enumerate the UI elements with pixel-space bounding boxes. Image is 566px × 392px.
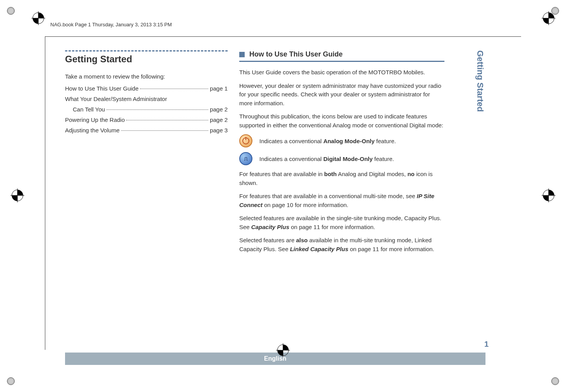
toc-label: Adjusting the Volume — [65, 126, 120, 134]
registration-mark-icon — [277, 344, 289, 356]
registration-mark-icon — [543, 190, 554, 201]
bullet-icon — [239, 52, 245, 57]
underline-rule — [239, 61, 444, 62]
crop-mark-icon — [4, 4, 18, 18]
footer-bar: English — [65, 353, 485, 365]
content-area: Getting Started Take a moment to review … — [65, 50, 456, 329]
toc-page: page 1 — [210, 84, 228, 92]
paragraph: For features that are available in both … — [239, 170, 444, 187]
toc-item: What Your Dealer/System Administrator — [65, 95, 228, 103]
crop-mark-icon — [4, 374, 18, 388]
toc-label: Can Tell You — [73, 105, 105, 113]
toc-item: Powering Up the Radio page 2 — [65, 116, 228, 124]
toc-dots — [121, 126, 208, 131]
paragraph: Selected features are also available in … — [239, 236, 444, 253]
crop-mark-icon — [548, 374, 562, 388]
subsection-title: How to Use This User Guide — [249, 50, 343, 58]
intro-text: Take a moment to review the following: — [65, 72, 228, 80]
toc-item: How to Use This User Guide page 1 — [65, 84, 228, 92]
toc-page: page 3 — [210, 126, 228, 134]
analog-text: Indicates a conventional Analog Mode-Onl… — [259, 138, 396, 144]
toc-label: What Your Dealer/System Administrator — [65, 95, 167, 103]
icon-row-digital: ⎍ Indicates a conventional Digital Mode-… — [239, 152, 444, 165]
border-line — [45, 36, 45, 350]
toc-page: page 2 — [210, 116, 228, 124]
toc-item: Adjusting the Volume page 3 — [65, 126, 228, 134]
left-column: Getting Started Take a moment to review … — [65, 50, 228, 329]
toc-label: Powering Up the Radio — [65, 116, 125, 124]
toc-label: How to Use This User Guide — [65, 84, 139, 92]
paragraph: For features that are available in a con… — [239, 192, 444, 209]
right-column: How to Use This User Guide This User Gui… — [239, 50, 444, 329]
paragraph: However, your dealer or system administr… — [239, 82, 444, 108]
icon-row-analog: Indicates a conventional Analog Mode-Onl… — [239, 134, 444, 147]
page-number: 1 — [484, 340, 489, 349]
toc-item: Can Tell You page 2 — [65, 105, 228, 113]
toc-dots — [106, 105, 208, 110]
sidebar-label: Getting Started — [475, 50, 485, 112]
sidebar-tab: Getting Started — [472, 50, 488, 159]
dashed-rule — [65, 50, 228, 51]
paragraph: Selected features are available in the s… — [239, 214, 444, 231]
toc-dots — [126, 116, 208, 120]
digital-mode-icon: ⎍ — [239, 152, 252, 165]
paragraph: Throughout this publication, the icons b… — [239, 112, 444, 130]
toc-page: page 2 — [210, 105, 228, 113]
digital-text: Indicates a conventional Digital Mode-On… — [259, 156, 394, 162]
paragraph: This User Guide covers the basic operati… — [239, 68, 444, 77]
registration-mark-icon — [12, 190, 23, 201]
section-title: Getting Started — [65, 54, 228, 65]
toc-dots — [140, 84, 208, 89]
subsection-heading: How to Use This User Guide — [239, 50, 444, 58]
registration-mark-icon — [33, 12, 44, 24]
header-metadata: NAG.book Page 1 Thursday, January 3, 201… — [50, 22, 172, 27]
analog-mode-icon — [239, 134, 252, 147]
border-line — [45, 36, 521, 37]
registration-mark-icon — [543, 12, 554, 24]
